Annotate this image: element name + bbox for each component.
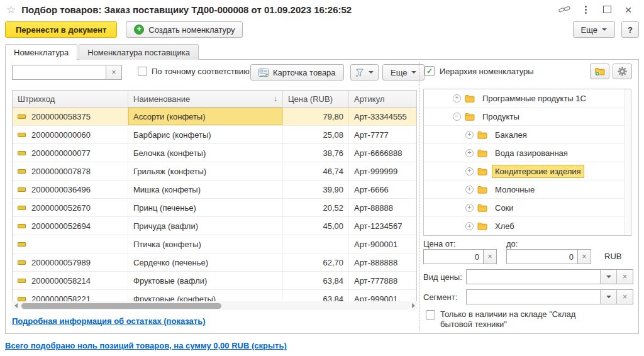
exact-match-label: По точному соответствию bbox=[152, 67, 250, 76]
segment-clear-icon[interactable]: × bbox=[616, 290, 633, 304]
dropdown-arrow-icon[interactable] bbox=[600, 290, 616, 304]
search-clear-icon[interactable]: × bbox=[106, 65, 122, 80]
tree-item-label: Программные продукты 1С bbox=[479, 92, 589, 105]
cell-price: 39,90 bbox=[283, 181, 349, 198]
tree-item[interactable]: +Бакалея bbox=[424, 126, 631, 144]
column-header[interactable]: Штрихкод bbox=[13, 91, 128, 107]
help-button[interactable]: ? bbox=[621, 21, 639, 38]
expand-icon[interactable]: + bbox=[465, 167, 474, 175]
table-row[interactable]: 2000000036496Мишка (конфеты)39,90Арт-666… bbox=[13, 181, 416, 199]
more-button-top[interactable]: Еще bbox=[573, 21, 615, 38]
column-header[interactable]: Артикул bbox=[349, 91, 416, 107]
filter-button[interactable] bbox=[350, 64, 379, 81]
exact-match-checkbox[interactable]: По точному соответствию bbox=[138, 67, 250, 76]
tree-item[interactable]: +Кондитерские изделия bbox=[424, 162, 631, 181]
table-row[interactable]: Птичка (конфеты)Арт-900001 bbox=[13, 235, 416, 253]
search-input[interactable] bbox=[12, 65, 106, 80]
favorites-star-icon[interactable]: ☆ bbox=[6, 4, 16, 15]
segment-value bbox=[467, 290, 600, 304]
chevron-down-icon bbox=[369, 71, 374, 74]
gear-icon[interactable] bbox=[613, 64, 632, 79]
transfer-to-document-button[interactable]: Перенести в документ bbox=[5, 21, 117, 38]
tree-item-label: Кондитерские изделия bbox=[492, 165, 584, 178]
tree-scrollbar[interactable] bbox=[625, 89, 631, 235]
table-row[interactable]: 2000000000077Белочка (конфеты)38,76Арт-6… bbox=[13, 144, 416, 162]
price-type-label: Вид цены: bbox=[423, 272, 462, 282]
checkbox-box bbox=[138, 67, 147, 76]
maximize-icon[interactable] bbox=[599, 2, 615, 17]
tree-item[interactable]: +Вода газированная bbox=[424, 144, 631, 162]
price-type-value bbox=[467, 270, 600, 284]
stock-details-link[interactable]: Подробная информация об остатках (показа… bbox=[12, 316, 206, 326]
tree-item[interactable]: −Продукты bbox=[424, 108, 631, 126]
expand-icon[interactable]: + bbox=[465, 204, 474, 212]
cell-name: Сердечко (печенье) bbox=[128, 253, 283, 271]
kebab-menu-icon[interactable] bbox=[577, 2, 594, 17]
tree-item-label: Хлеб bbox=[492, 220, 518, 233]
table-row[interactable]: 2000000057989Сердечко (печенье)62,70Арт-… bbox=[13, 253, 416, 272]
column-header[interactable]: Цена (RUB) bbox=[283, 91, 349, 107]
cell-article: Арт-1234567 bbox=[349, 217, 416, 235]
cell-article: Арт-777888 bbox=[349, 272, 416, 289]
table-row[interactable]: 2000000007878Грильяж (конфеты)46,74Арт-9… bbox=[13, 162, 416, 181]
folder-icon bbox=[477, 186, 487, 194]
cell-article: Арт-999999 bbox=[349, 162, 416, 180]
table-row[interactable]: 2000000000060Барбарис (конфеты)25,08Арт-… bbox=[13, 126, 416, 144]
expand-icon[interactable]: + bbox=[465, 222, 474, 230]
column-header[interactable]: Наименование↓ bbox=[128, 91, 283, 107]
price-to-input[interactable]: 0 bbox=[506, 249, 578, 264]
cell-barcode: 2000000058214 bbox=[13, 272, 128, 289]
price-type-combo[interactable]: × bbox=[466, 269, 633, 284]
tree-item[interactable]: +Программные продукты 1С bbox=[424, 89, 631, 108]
cell-barcode: 2000000000060 bbox=[13, 126, 128, 143]
price-to-clear-icon[interactable]: × bbox=[577, 249, 591, 264]
cell-price: 38,76 bbox=[283, 144, 349, 162]
create-group-button[interactable] bbox=[590, 64, 609, 79]
dropdown-arrow-icon[interactable] bbox=[600, 270, 616, 284]
cell-price: 45,00 bbox=[283, 217, 349, 235]
cell-name: Грильяж (конфеты) bbox=[128, 162, 283, 180]
stock-only-label: Только в наличии на складе "Склад бытово… bbox=[440, 309, 609, 330]
table-row[interactable]: 2000000052694Причуда (вафли)45,00Арт-123… bbox=[13, 217, 416, 235]
panel-splitter[interactable] bbox=[419, 62, 419, 331]
cell-name: Причуда (вафли) bbox=[128, 217, 283, 235]
create-item-button[interactable]: + Создать номенклатуру bbox=[126, 21, 243, 38]
tab-nomenclature[interactable]: Номенклатура bbox=[5, 44, 77, 60]
cell-name: Принц (печенье) bbox=[128, 199, 283, 216]
folder-icon bbox=[465, 94, 475, 103]
collapse-icon[interactable]: − bbox=[453, 113, 461, 121]
stock-only-checkbox[interactable]: Только в наличии на складе "Склад бытово… bbox=[426, 309, 609, 330]
close-icon[interactable]: × bbox=[620, 2, 636, 17]
table-row[interactable]: 2000000052670Принц (печенье)20,52Арт-888… bbox=[13, 199, 416, 217]
table-row[interactable]: 2000000058214Фруктовые (вафли)63,84Арт-7… bbox=[13, 272, 416, 290]
selection-total-link[interactable]: Всего подобрано ноль позиций товаров, на… bbox=[5, 341, 287, 350]
price-from-input[interactable]: 0 bbox=[423, 249, 484, 264]
expand-icon[interactable]: + bbox=[465, 186, 474, 194]
get-link-icon[interactable] bbox=[556, 2, 572, 17]
table-row[interactable]: 2000000058375Ассорти (конфеты)79,80Арт-3… bbox=[13, 108, 416, 126]
tree-item[interactable]: +Соки bbox=[424, 199, 631, 217]
segment-label: Сегмент: bbox=[423, 292, 457, 302]
product-card-button[interactable]: Карточка товара bbox=[250, 64, 344, 81]
price-from-label: Цена от: bbox=[423, 239, 455, 248]
horizontal-scrollbar[interactable] bbox=[12, 301, 417, 310]
item-marker-icon bbox=[18, 260, 26, 265]
item-marker-icon bbox=[18, 242, 26, 247]
tree-item[interactable]: +Молочные bbox=[424, 181, 631, 199]
cell-price bbox=[283, 235, 349, 253]
price-type-clear-icon[interactable]: × bbox=[616, 270, 633, 284]
cell-article: Арт-88888 bbox=[349, 199, 416, 216]
expand-icon[interactable]: + bbox=[453, 94, 461, 103]
tree-item[interactable]: +Хлеб bbox=[424, 217, 631, 235]
tab-supplier-nomenclature[interactable]: Номенклатура поставщика bbox=[79, 44, 199, 60]
hierarchy-checkbox[interactable]: ✓ Иерархия номенклатуры bbox=[425, 66, 534, 76]
scroll-right-icon[interactable] bbox=[409, 301, 417, 310]
expand-icon[interactable]: + bbox=[465, 131, 474, 139]
segment-combo[interactable]: × bbox=[466, 289, 633, 304]
folder-plus-icon bbox=[594, 67, 606, 76]
scroll-left-icon[interactable] bbox=[12, 301, 19, 310]
item-marker-icon bbox=[18, 297, 26, 301]
price-from-clear-icon[interactable]: × bbox=[483, 249, 497, 264]
expand-icon[interactable]: + bbox=[465, 149, 474, 157]
scrollbar-thumb[interactable] bbox=[21, 303, 221, 309]
